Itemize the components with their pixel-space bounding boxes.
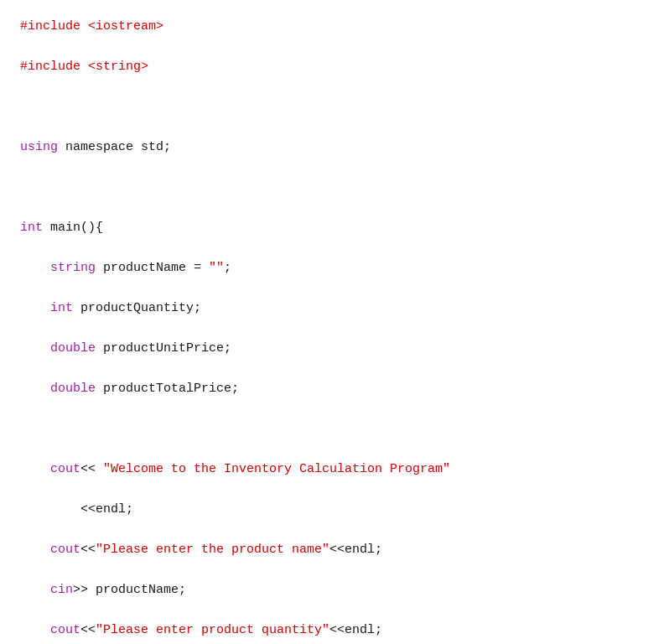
token [20,623,50,637]
token: <string> [88,60,148,74]
token: double [50,382,96,396]
token: productTotalPrice; [96,382,239,396]
token: ; [224,261,231,275]
token [20,301,50,315]
code-line: <<endl; [20,500,649,520]
token: << [80,462,103,476]
token [20,462,50,476]
code-line: cout<< "Welcome to the Inventory Calcula… [20,460,649,480]
token: "Welcome to the Inventory Calculation Pr… [103,462,450,476]
token [20,543,50,557]
token: int [50,301,73,315]
token: double [50,341,96,356]
code-line: #include <iostream> [20,17,649,37]
token: using [20,140,65,154]
token [20,382,50,396]
token [20,261,50,275]
token: productName = [96,261,209,275]
token: cout [50,623,80,637]
code-line [20,178,649,198]
token: productQuantity; [73,301,201,315]
token: << [80,543,96,557]
code-editor: #include <iostream> #include <string> us… [0,0,669,644]
token: main(){ [43,221,103,235]
code-line: int productQuantity; [20,299,649,319]
code-line: #include <string> [20,57,649,77]
token: "" [209,261,224,275]
code-line: string productName = ""; [20,258,649,278]
code-line [20,97,649,117]
token: "Please enter the product name" [96,543,329,557]
token: cout [50,462,80,476]
token: productUnitPrice; [96,341,231,356]
code-content: #include <iostream> #include <string> us… [20,17,649,644]
token: int [20,221,43,235]
code-line: cout<<"Please enter product quantity"<<e… [20,621,649,641]
code-line: cout<<"Please enter the product name"<<e… [20,540,649,560]
token: "Please enter product quantity" [96,623,329,637]
token: #include [20,60,88,74]
token: <<endl; [329,623,382,637]
token: << [80,623,96,637]
token: namespace std; [65,140,171,154]
token [20,341,50,356]
code-line: using namespace std; [20,138,649,158]
token: <<endl; [20,502,133,517]
token: cin [50,583,73,597]
code-line [20,419,649,439]
code-line: int main(){ [20,218,649,238]
token: <iostream> [88,19,163,34]
code-line: cin>> productName; [20,580,649,600]
token: cout [50,543,80,557]
token: >> productName; [73,583,186,597]
token: #include [20,19,88,34]
token: string [50,261,96,275]
code-line: double productUnitPrice; [20,339,649,359]
code-line: double productTotalPrice; [20,379,649,399]
token: <<endl; [329,543,382,557]
token [20,583,50,597]
